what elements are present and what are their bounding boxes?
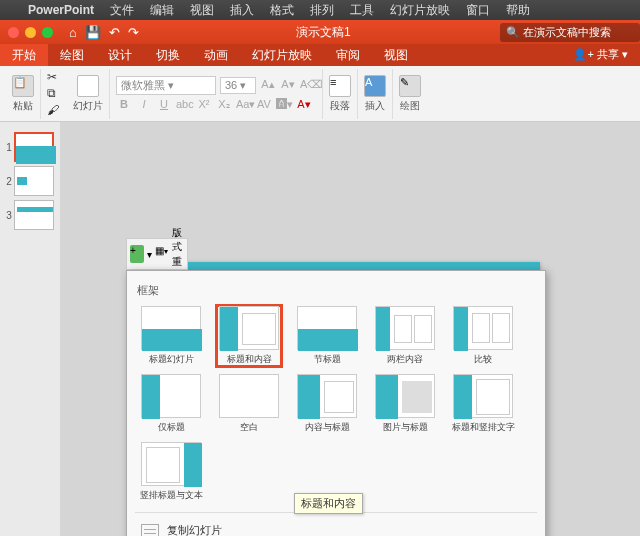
drawing-icon: ✎ [399, 75, 421, 97]
tab-review[interactable]: 审阅 [324, 44, 372, 66]
slide-canvas: Zwww.MacZ.com 20) + ▾ ▦▾ 版式 重置 框架 标题幻灯片 … [60, 122, 640, 536]
tab-view[interactable]: 视图 [372, 44, 420, 66]
layout-title-vertical-text[interactable]: 标题和竖排文字 [451, 374, 515, 434]
tab-transitions[interactable]: 切换 [144, 44, 192, 66]
decrease-font-icon[interactable]: A▾ [280, 78, 296, 92]
font-size-select[interactable]: 36 ▾ [220, 77, 256, 94]
paragraph-icon: ≡ [329, 75, 351, 97]
layout-tooltip: 标题和内容 [294, 493, 363, 514]
italic-button[interactable]: I [136, 98, 152, 112]
layout-two-content[interactable]: 两栏内容 [373, 306, 437, 366]
menu-tools[interactable]: 工具 [342, 2, 382, 19]
format-painter-icon[interactable]: 🖌 [47, 103, 61, 117]
menu-duplicate-slide[interactable]: 复制幻灯片 [135, 519, 537, 536]
share-button[interactable]: 👤+ 共享 ▾ [561, 44, 640, 66]
slide-thumb-3[interactable]: 3 [4, 200, 56, 230]
layout-vertical-title-text[interactable]: 竖排标题与文本 [139, 442, 203, 502]
save-icon[interactable]: 💾 [85, 25, 101, 40]
paste-icon: 📋 [12, 75, 34, 97]
menu-slideshow[interactable]: 幻灯片放映 [382, 2, 458, 19]
bold-button[interactable]: B [116, 98, 132, 112]
search-input[interactable]: 🔍 在演示文稿中搜索 [500, 23, 640, 42]
tab-design[interactable]: 设计 [96, 44, 144, 66]
layout-content-caption[interactable]: 内容与标题 [295, 374, 359, 434]
layout-comparison[interactable]: 比较 [451, 306, 515, 366]
slide-thumbnail-panel: 1 2 3 [0, 122, 60, 536]
cut-icon[interactable]: ✂ [47, 70, 61, 84]
window-zoom[interactable] [42, 27, 53, 38]
superscript-button[interactable]: X² [196, 98, 212, 112]
tab-draw[interactable]: 绘图 [48, 44, 96, 66]
slide-group[interactable]: 幻灯片 [67, 69, 110, 119]
subscript-button[interactable]: X₂ [216, 98, 232, 112]
highlight-button[interactable]: 🅰▾ [276, 98, 292, 112]
window-close[interactable] [8, 27, 19, 38]
underline-button[interactable]: U [156, 98, 172, 112]
insert-group[interactable]: A 插入 [358, 69, 393, 119]
layout-section-header[interactable]: 节标题 [295, 306, 359, 366]
copy-icon[interactable]: ⧉ [47, 86, 61, 100]
paragraph-group[interactable]: ≡ 段落 [323, 69, 358, 119]
tab-animations[interactable]: 动画 [192, 44, 240, 66]
redo-icon[interactable]: ↷ [128, 25, 139, 40]
slide-thumb-1[interactable]: 1 [4, 132, 56, 162]
menu-window[interactable]: 窗口 [458, 2, 498, 19]
char-spacing-button[interactable]: AV [256, 98, 272, 112]
app-name[interactable]: PowerPoint [20, 3, 102, 17]
tab-slideshow[interactable]: 幻灯片放映 [240, 44, 324, 66]
font-name-select[interactable]: 微软雅黑 ▾ [116, 76, 216, 95]
layout-title-slide[interactable]: 标题幻灯片 [139, 306, 203, 366]
increase-font-icon[interactable]: A▴ [260, 78, 276, 92]
font-color-button[interactable]: A▾ [296, 98, 312, 112]
paste-group[interactable]: 📋 粘贴 [6, 69, 41, 119]
menu-edit[interactable]: 编辑 [142, 2, 182, 19]
menu-arrange[interactable]: 排列 [302, 2, 342, 19]
layout-blank[interactable]: 空白 [217, 374, 281, 434]
drawing-group[interactable]: ✎ 绘图 [393, 69, 427, 119]
tab-home[interactable]: 开始 [0, 44, 48, 66]
slide-thumb-2[interactable]: 2 [4, 166, 56, 196]
layout-title-content[interactable]: 标题和内容 [217, 306, 281, 366]
clear-format-icon[interactable]: A⌫ [300, 78, 316, 92]
menu-insert[interactable]: 插入 [222, 2, 262, 19]
layout-picture-caption[interactable]: 图片与标题 [373, 374, 437, 434]
change-case-button[interactable]: Aa▾ [236, 98, 252, 112]
layout-title-only[interactable]: 仅标题 [139, 374, 203, 434]
layout-dropdown-button[interactable]: + ▾ ▦▾ 版式 重置 [126, 238, 188, 270]
menu-view[interactable]: 视图 [182, 2, 222, 19]
window-minimize[interactable] [25, 27, 36, 38]
undo-icon[interactable]: ↶ [109, 25, 120, 40]
menu-format[interactable]: 格式 [262, 2, 302, 19]
document-title: 演示文稿1 [147, 24, 500, 41]
strike-button[interactable]: abc [176, 98, 192, 112]
layout-section-title: 框架 [135, 279, 537, 302]
insert-icon: A [364, 75, 386, 97]
menu-file[interactable]: 文件 [102, 2, 142, 19]
menu-help[interactable]: 帮助 [498, 2, 538, 19]
home-icon[interactable]: ⌂ [69, 25, 77, 40]
new-slide-icon [77, 75, 99, 97]
